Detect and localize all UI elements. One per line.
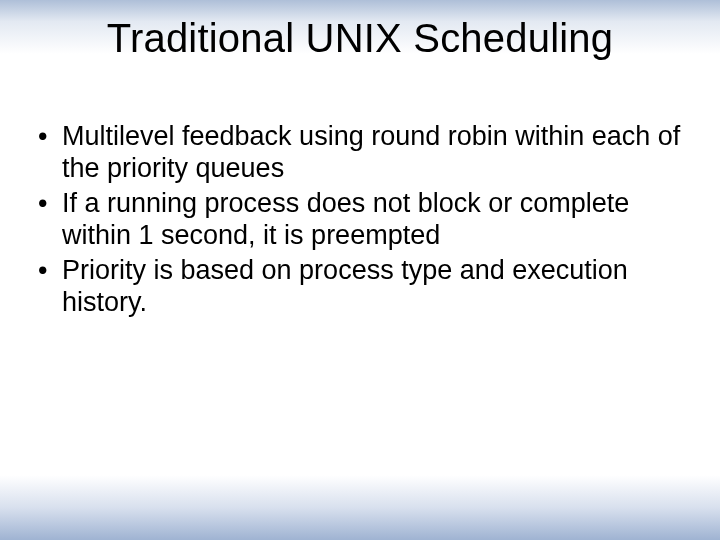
slide: Traditional UNIX Scheduling Multilevel f… — [0, 0, 720, 540]
list-item: Multilevel feedback using round robin wi… — [34, 120, 686, 185]
slide-title: Traditional UNIX Scheduling — [0, 16, 720, 61]
list-item: If a running process does not block or c… — [34, 187, 686, 252]
bullet-list: Multilevel feedback using round robin wi… — [34, 120, 686, 318]
list-item: Priority is based on process type and ex… — [34, 254, 686, 319]
slide-content: Multilevel feedback using round robin wi… — [34, 120, 686, 320]
